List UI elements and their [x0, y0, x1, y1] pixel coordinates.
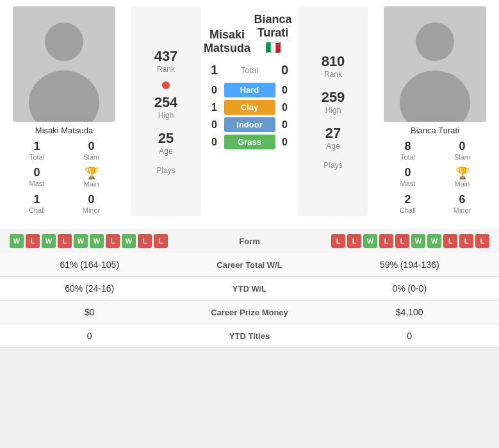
- right-middle-stats: 810 Rank 259 High 27 Age Plays: [298, 6, 368, 216]
- stats-left-val: $0: [0, 301, 179, 324]
- right-rank-label: Rank: [324, 70, 342, 79]
- form-section: WLWLWWLWLL Form LLWLLWWLLL: [0, 229, 499, 253]
- right-trophy-icon: 🏆: [455, 166, 470, 180]
- form-badge-right: L: [459, 234, 473, 248]
- stats-center-label: Career Total W/L: [179, 254, 320, 276]
- right-plays-block: Plays: [323, 161, 342, 170]
- right-minor-cell: 6 Minor: [438, 191, 486, 216]
- form-badge-left: L: [106, 234, 120, 248]
- right-flag-icon: 🇮🇹: [250, 40, 295, 55]
- left-minor-label: Minor: [83, 206, 101, 214]
- indoor-badge: Indoor: [224, 117, 275, 132]
- stats-center-label: Career Prize Money: [179, 301, 320, 324]
- grass-badge: Grass: [224, 135, 275, 149]
- left-high-block: 254 High: [154, 94, 178, 120]
- right-chall-label: Chall: [400, 206, 416, 214]
- left-total-value: 1: [33, 140, 40, 153]
- left-form-badges: WLWLWWLWLL: [10, 234, 168, 248]
- clay-right-score: 0: [275, 102, 295, 113]
- center-section: MisakiMatsuda Bianca Turati 🇮🇹 1 Total 0…: [204, 6, 295, 216]
- right-high-value: 259: [322, 89, 345, 106]
- left-trophy-cell: 🏆 Main: [67, 164, 115, 190]
- left-player-stats: 1 Total 0 Slam 0 Mast 🏆 Main 1 Chall: [13, 138, 115, 216]
- right-slam-label: Slam: [454, 153, 470, 161]
- right-plays-label: Plays: [323, 161, 342, 170]
- form-badge-left: W: [42, 234, 56, 248]
- right-player-card: Bianca Turati 8 Total 0 Slam 0 Mast 🏆 Ma…: [371, 6, 499, 216]
- left-title-block: MisakiMatsuda: [204, 28, 250, 55]
- indoor-left-score: 0: [205, 119, 224, 131]
- form-badge-left: L: [58, 234, 72, 248]
- clay-row: 1 Clay 0: [204, 100, 295, 115]
- form-badge-right: L: [443, 234, 457, 248]
- stats-right-val: 0: [320, 324, 500, 347]
- left-age-label: Age: [159, 147, 172, 156]
- right-age-block: 27 Age: [325, 125, 341, 151]
- total-left-score: 1: [205, 63, 224, 78]
- svg-point-1: [45, 22, 83, 61]
- left-high-value: 254: [154, 94, 178, 111]
- right-minor-value: 6: [459, 193, 465, 206]
- left-rank-label: Rank: [157, 65, 175, 74]
- left-age-value: 25: [158, 130, 174, 147]
- left-rank-value: 437: [154, 48, 178, 65]
- form-badge-right: L: [379, 234, 393, 248]
- hard-left-score: 0: [205, 85, 224, 96]
- left-slam-label: Slam: [83, 153, 99, 161]
- form-badge-left: L: [26, 234, 40, 248]
- svg-point-4: [416, 22, 454, 61]
- grass-right-score: 0: [275, 137, 295, 148]
- left-minor-value: 0: [88, 193, 94, 206]
- left-slam-value: 0: [88, 140, 94, 153]
- right-total-cell: 8 Total: [384, 138, 432, 163]
- form-badge-left: W: [122, 234, 136, 248]
- right-player-avatar: [384, 6, 486, 122]
- form-badge-left: W: [74, 234, 88, 248]
- stats-left-val: 60% (24-16): [0, 277, 179, 300]
- right-mast-label: Mast: [400, 179, 416, 187]
- right-high-block: 259 High: [322, 89, 345, 115]
- stats-left-val: 61% (164-105): [0, 253, 179, 276]
- right-main-label: Main: [455, 180, 470, 188]
- left-age-block: 25 Age: [158, 130, 174, 156]
- stats-row: 61% (164-105) Career Total W/L 59% (194-…: [0, 253, 499, 277]
- left-plays-block: Plays: [156, 166, 175, 175]
- left-player-avatar: [13, 6, 115, 122]
- surface-rows: 0 Hard 0 1 Clay 0 0 Indoor 0 0 Grass: [204, 80, 295, 152]
- stats-table: 61% (164-105) Career Total W/L 59% (194-…: [0, 253, 499, 348]
- hard-right-score: 0: [275, 85, 295, 96]
- right-age-value: 27: [325, 125, 341, 142]
- clay-left-score: 1: [205, 102, 224, 113]
- right-rank-value: 810: [322, 53, 345, 70]
- form-badge-right: L: [475, 234, 489, 248]
- right-form-badges: LLWLLWWLLL: [331, 234, 489, 248]
- right-mast-value: 0: [404, 166, 411, 179]
- right-title-block: Bianca Turati 🇮🇹: [250, 13, 295, 55]
- form-badge-right: W: [411, 234, 425, 248]
- form-badge-right: L: [395, 234, 409, 248]
- right-trophy-cell: 🏆 Main: [438, 164, 486, 190]
- form-badge-left: L: [138, 234, 152, 248]
- top-section: Misaki Matsuda 1 Total 0 Slam 0 Mast 🏆 M…: [0, 0, 499, 222]
- left-plays-label: Plays: [156, 166, 175, 175]
- right-total-value: 8: [404, 140, 411, 153]
- left-minor-cell: 0 Minor: [67, 191, 115, 216]
- left-slam-cell: 0 Slam: [67, 138, 115, 163]
- total-label: Total: [224, 65, 275, 75]
- grass-row: 0 Grass 0: [204, 135, 295, 149]
- right-minor-label: Minor: [454, 206, 471, 214]
- form-label: Form: [239, 236, 260, 246]
- left-player-title: MisakiMatsuda: [204, 28, 250, 55]
- form-badge-left: W: [10, 234, 24, 248]
- left-high-label: High: [158, 111, 174, 120]
- form-badge-left: L: [154, 234, 168, 248]
- left-rank-block: 437 Rank: [154, 48, 178, 74]
- hard-badge: Hard: [224, 83, 275, 97]
- left-player-card: Misaki Matsuda 1 Total 0 Slam 0 Mast 🏆 M…: [0, 6, 128, 216]
- form-badge-right: W: [363, 234, 377, 248]
- hard-row: 0 Hard 0: [204, 83, 295, 97]
- right-age-label: Age: [326, 142, 339, 151]
- stats-center-label: YTD W/L: [179, 278, 320, 300]
- right-slam-value: 0: [459, 140, 465, 153]
- left-chall-cell: 1 Chall: [13, 191, 61, 216]
